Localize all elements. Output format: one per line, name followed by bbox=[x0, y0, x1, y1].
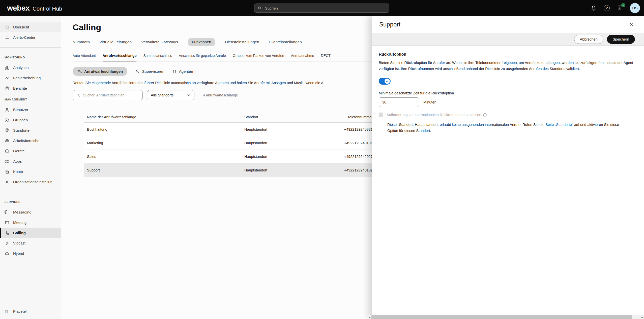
standorte-page-link[interactable]: Seite „Standorte“ bbox=[545, 123, 573, 127]
sidebar-item-label: Calling bbox=[13, 231, 26, 235]
close-icon[interactable] bbox=[629, 22, 634, 27]
scrollbar-thumb[interactable] bbox=[371, 315, 632, 319]
sidebar-item-alerts-center[interactable]: Alerts-Center bbox=[0, 32, 61, 43]
subtab-gruppe-parken[interactable]: Gruppe zum Parken von Anrufen bbox=[233, 54, 284, 61]
table-row-selected[interactable]: Support Hauptstandort +4922129240132 bbox=[84, 163, 373, 177]
sidebar-item-hybrid[interactable]: Hybrid bbox=[0, 248, 61, 259]
sidebar-item-vidcast[interactable]: Vidcast bbox=[0, 238, 61, 248]
sidebar-item-benutzer[interactable]: Benutzer bbox=[0, 104, 61, 115]
detail-panel: Support Abbrechen Speichern Rückrufoptio… bbox=[372, 16, 644, 319]
queue-name: Marketing bbox=[84, 141, 244, 145]
location-filter-select[interactable]: Alle Standorte bbox=[147, 90, 194, 100]
gear-icon bbox=[5, 180, 10, 185]
sidebar-item-fehlerbehebung[interactable]: Fehlerbehebung bbox=[0, 73, 61, 83]
sidebar-item-gruppen[interactable]: Gruppen bbox=[0, 115, 61, 125]
sidebar-section-management: MANAGEMENT bbox=[0, 94, 61, 104]
sidebar-item-label: Fehlerbehebung bbox=[13, 76, 41, 80]
sidebar-item-label: Messaging bbox=[13, 210, 32, 214]
sidebar-item-label: Organisationseinstellun... bbox=[13, 180, 55, 184]
table-row[interactable]: Sales Hauptstandort +4922129242027 bbox=[84, 150, 373, 163]
tasks-list-icon[interactable] bbox=[617, 5, 623, 11]
sidebar-item-label: Benutzer bbox=[13, 108, 28, 112]
queue-location: Hauptstandort bbox=[244, 127, 338, 131]
sidebar-item-label: Vidcast bbox=[13, 241, 25, 245]
sidebar-divider bbox=[0, 47, 61, 48]
bell-icon bbox=[5, 35, 10, 40]
pill-agenten[interactable]: Agenten bbox=[172, 69, 193, 74]
search-icon bbox=[76, 93, 80, 97]
tab-verwaltete-gateways[interactable]: Verwaltete Gateways bbox=[141, 40, 178, 44]
international-callback-checkbox[interactable] bbox=[379, 113, 383, 117]
report-document-icon bbox=[5, 86, 10, 91]
chat-bubble-icon bbox=[5, 210, 10, 215]
sidebar-item-messaging[interactable]: Messaging bbox=[0, 207, 61, 217]
queue-count: 4 anrufwarteschlange bbox=[203, 93, 238, 97]
sidebar-item-label: Alerts-Center bbox=[13, 35, 35, 40]
sidebar-item-analysen[interactable]: Analysen bbox=[0, 62, 61, 73]
sidebar-item-calling[interactable]: Calling bbox=[0, 228, 61, 238]
sidebar-item-meeting[interactable]: Meeting bbox=[0, 217, 61, 228]
tab-funktionen[interactable]: Funktionen bbox=[188, 38, 216, 46]
minutes-input[interactable] bbox=[379, 97, 419, 107]
sidebar-item-standorte[interactable]: Standorte bbox=[0, 125, 61, 135]
subtab-dect[interactable]: DECT bbox=[321, 54, 331, 61]
search-icon bbox=[257, 6, 262, 10]
tab-clienteinstellungen[interactable]: Clienteinstellungen bbox=[269, 40, 302, 44]
sidebar-item-arbeitsbereiche[interactable]: Arbeitsbereiche bbox=[0, 135, 61, 146]
sidebar-item-label: Placetel bbox=[13, 309, 26, 313]
primary-tabs: Nummern Virtuelle Leitungen Verwaltete G… bbox=[73, 38, 302, 46]
sidebar-item-konto[interactable]: Konto bbox=[0, 166, 61, 177]
topbar: webex Control Hub ? BS bbox=[0, 0, 644, 16]
sidebar-item-label: Gruppen bbox=[13, 118, 28, 122]
home-icon bbox=[5, 25, 10, 30]
note-text: Dieser Standort, Hauptstandort, erlaubt … bbox=[387, 123, 545, 127]
subtab-anrufwarteschlange[interactable]: Anrufwarteschlange bbox=[103, 54, 137, 61]
topbar-actions: ? BS bbox=[590, 0, 640, 16]
pulse-icon bbox=[5, 76, 10, 81]
sidebar-item-placetel[interactable]: Placetel bbox=[0, 306, 61, 316]
horizontal-scrollbar[interactable]: ◄ ► bbox=[368, 315, 644, 319]
sidebar-item-label: Meeting bbox=[13, 220, 26, 225]
table-row[interactable]: Marketing Hauptstandort +4922129240136 bbox=[84, 136, 373, 150]
help-icon[interactable]: ? bbox=[604, 5, 610, 11]
global-search[interactable] bbox=[254, 4, 389, 13]
avatar[interactable]: BS bbox=[630, 3, 640, 13]
pill-anrufwarteschlangen[interactable]: Anrufwarteschlangen bbox=[73, 67, 127, 76]
sidebar-item-label: Analysen bbox=[13, 65, 29, 70]
tab-diensteinstellungen[interactable]: Diensteinstellungen bbox=[225, 40, 259, 44]
workspace-people-icon bbox=[5, 138, 10, 143]
notifications-bell-icon[interactable] bbox=[590, 5, 597, 11]
panel-title: Support bbox=[379, 21, 400, 28]
supervisor-person-icon bbox=[135, 69, 140, 74]
subtab-sammelanschluss[interactable]: Sammelanschluss bbox=[143, 54, 172, 61]
callback-description: Bieten Sie eine Rückrufoption für Anrufe… bbox=[379, 60, 634, 72]
sidebar-section-services: SERVICES bbox=[0, 197, 61, 207]
queue-search-input[interactable] bbox=[82, 93, 139, 97]
scroll-right-arrow-icon[interactable]: ► bbox=[640, 316, 644, 318]
info-icon[interactable] bbox=[483, 113, 487, 117]
sidebar-item-organisationseinstellungen[interactable]: Organisationseinstellun... bbox=[0, 177, 61, 187]
sidebar-item-berichte[interactable]: Berichte bbox=[0, 83, 61, 93]
cancel-button[interactable]: Abbrechen bbox=[574, 35, 603, 44]
queue-search[interactable] bbox=[73, 90, 143, 100]
subtab-anrufannahme[interactable]: Anrufannahme bbox=[291, 54, 314, 61]
sidebar-item-uebersicht[interactable]: Übersicht bbox=[0, 22, 61, 32]
callback-section-title: Rückrufoption bbox=[379, 52, 634, 57]
global-search-input[interactable] bbox=[265, 6, 386, 11]
table-row[interactable]: Buchhaltung Hauptstandort +4922129245881 bbox=[84, 123, 373, 136]
tab-nummern[interactable]: Nummern bbox=[73, 40, 90, 44]
sidebar-item-apps[interactable]: Apps bbox=[0, 156, 61, 166]
subtab-anschluss-geparkte-anrufe[interactable]: Anschluss für geparkte Anrufe bbox=[179, 54, 226, 61]
queues-table: Name der Anrufwarteschlange Standort Tel… bbox=[84, 112, 373, 177]
callback-toggle[interactable] bbox=[379, 78, 391, 85]
bar-chart-icon bbox=[5, 65, 10, 70]
tab-virtuelle-leitungen[interactable]: Virtuelle Leitungen bbox=[99, 40, 132, 44]
sidebar-item-geraete[interactable]: Geräte bbox=[0, 146, 61, 156]
pill-supervisoren[interactable]: Supervisoren bbox=[135, 69, 164, 74]
column-header-phone: Telefonnummer bbox=[338, 115, 373, 119]
queues-people-icon bbox=[77, 69, 82, 74]
queue-phone: +4922129245881 bbox=[338, 127, 373, 131]
save-button[interactable]: Speichern bbox=[607, 35, 635, 44]
subtab-auto-attendant[interactable]: Auto Attendant bbox=[73, 54, 96, 61]
scroll-left-arrow-icon[interactable]: ◄ bbox=[368, 316, 371, 318]
